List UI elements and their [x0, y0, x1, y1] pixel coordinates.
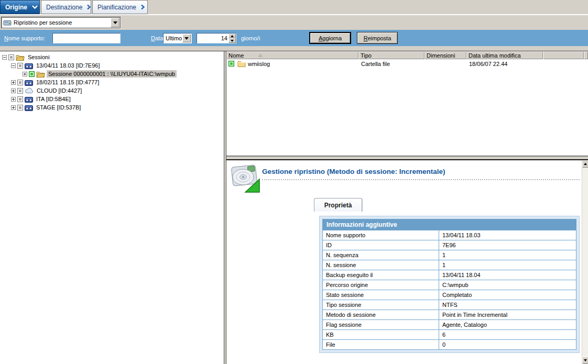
property-row: Tipo sessioneNTFS — [323, 300, 576, 310]
tree-checkbox[interactable] — [17, 105, 23, 111]
column-header-nome[interactable]: Nome — [226, 51, 358, 59]
tree-checkbox[interactable] — [17, 80, 23, 85]
expand-icon[interactable] — [11, 89, 16, 93]
tree-checkbox[interactable] — [17, 88, 23, 94]
restore-mode-value: Ripristino per sessione — [12, 19, 111, 26]
tree-item-session-date-2[interactable]: 18/02/11 18.15 [ID:4777] — [0, 78, 224, 86]
tree-checkbox[interactable] — [8, 54, 14, 60]
media-name-input[interactable] — [52, 33, 121, 43]
chevron-right-icon — [140, 4, 145, 10]
column-header-data-modifica[interactable]: Data ultima modifica — [466, 51, 543, 59]
column-header-tipo[interactable]: Tipo — [358, 51, 424, 59]
cloud-icon — [25, 87, 34, 94]
reset-button[interactable]: Reimposta — [357, 32, 398, 44]
tree-checkbox[interactable] — [17, 63, 23, 69]
property-row: Flag sessioneAgente, Catalogo — [323, 320, 576, 330]
collapse-icon[interactable] — [11, 63, 16, 68]
dropdown-arrow-icon — [184, 37, 189, 40]
expand-icon[interactable] — [11, 97, 16, 102]
hard-disk-restore-icon — [230, 162, 261, 194]
tab-origine-label: Origine — [5, 4, 27, 11]
tree-item-label[interactable]: Sessioni — [26, 53, 51, 61]
days-unit-label: giorno/i — [241, 35, 260, 41]
property-row: N. sequenza1 — [323, 250, 576, 260]
file-modified-date: 18/06/07 22.44 — [466, 61, 543, 67]
step-tab-bar: Origine Destinazione Pianificazione — [0, 0, 588, 15]
file-list: Nome Tipo Dimensioni Data ultima modific… — [226, 51, 588, 156]
tree-item-session-date-1[interactable]: 13/04/11 18.03 [ID:7E96] — [0, 61, 224, 70]
property-row: Percorso origineC:\wmpub — [323, 280, 576, 290]
tape-icon — [25, 79, 33, 86]
sort-ascending-icon — [258, 53, 263, 57]
tab-proprieta[interactable]: Proprietà — [314, 198, 362, 212]
tape-icon — [25, 96, 33, 103]
media-drive-icon — [3, 19, 12, 26]
file-name: wmiislog — [246, 61, 270, 67]
tree-item-stage[interactable]: STAGE [ID:537B] — [0, 103, 224, 112]
days-spinner — [197, 33, 236, 43]
tape-icon — [25, 104, 33, 111]
tape-icon — [25, 62, 33, 69]
main-area: Sessioni 13/04/11 18.03 [ID:7E96] Sessio… — [0, 51, 588, 364]
property-row: Nome supporto13/04/11 18.03 — [323, 230, 576, 240]
media-name-label: Nome supporto: — [4, 35, 45, 41]
folder-icon — [234, 61, 246, 67]
property-row: ID7E96 — [323, 240, 576, 250]
detail-title-row: Gestione ripristino (Metodo di sessione:… — [262, 160, 580, 180]
property-row: File0 — [323, 340, 576, 350]
expand-icon[interactable] — [11, 105, 16, 110]
property-row: N. sessione1 — [323, 260, 576, 270]
tab-pianificazione-label: Pianificazione — [97, 4, 136, 11]
tree-checkbox-checked[interactable] — [29, 71, 35, 77]
update-button[interactable]: Aggiorna — [309, 32, 351, 44]
scroll-up-icon — [584, 163, 587, 165]
detail-scrollbar[interactable] — [582, 160, 588, 364]
folder-open-icon — [16, 54, 25, 61]
property-row: Stato sessioneCompletato — [323, 290, 576, 300]
properties-table-title: Informazioni aggiuntive — [322, 219, 576, 230]
date-range-dropdown-button[interactable] — [182, 34, 191, 42]
tab-destinazione[interactable]: Destinazione — [41, 0, 91, 14]
tab-destinazione-label: Destinazione — [46, 4, 82, 11]
tree-item-sessioni[interactable]: Sessioni — [0, 53, 224, 61]
expand-icon[interactable] — [23, 72, 27, 76]
scrollbar-up-button[interactable] — [582, 160, 588, 168]
tree-item-label[interactable]: 13/04/11 18.03 [ID:7E96] — [35, 62, 102, 69]
column-header-filler — [584, 51, 588, 59]
property-row: KB6 — [323, 330, 576, 340]
scroll-down-icon — [584, 359, 587, 361]
filter-toolbar: Nome supporto: Data: Ultimo giorno/i Agg… — [0, 30, 588, 46]
restore-mode-dropdown-button[interactable] — [111, 18, 119, 27]
restore-detail-panel: Gestione ripristino (Metodo di sessione:… — [226, 160, 588, 364]
expand-icon[interactable] — [11, 80, 16, 85]
scrollbar-down-button[interactable] — [582, 357, 588, 364]
tree-item-label[interactable]: CLOUD [ID:4427] — [35, 87, 83, 94]
tree-item-label-selected[interactable]: Sessione 0000000001 : \\LIUYU04-ITA\C:\w… — [47, 70, 177, 78]
days-decrement-button[interactable] — [228, 38, 236, 43]
column-header-filler — [543, 51, 584, 59]
tab-origine[interactable]: Origine — [0, 0, 40, 14]
column-header-dimensioni[interactable]: Dimensioni — [424, 51, 466, 59]
days-input[interactable] — [197, 34, 228, 43]
tree-item-label[interactable]: STAGE [ID:537B] — [35, 104, 82, 111]
tree-item-cloud[interactable]: CLOUD [ID:4427] — [0, 86, 224, 95]
tree-item-label[interactable]: 18/02/11 18.15 [ID:4777] — [35, 79, 101, 86]
restore-mode-row: Ripristino per sessione — [0, 15, 588, 30]
tree-item-ita[interactable]: ITA [ID:5B4E] — [0, 95, 224, 103]
detail-title: Gestione ripristino (Metodo di sessione:… — [262, 168, 445, 175]
chevron-down-icon — [31, 5, 38, 9]
dropdown-arrow-icon — [113, 21, 117, 24]
file-checkbox-checked[interactable] — [228, 61, 234, 67]
date-range-select[interactable]: Ultimo — [163, 33, 192, 43]
collapse-icon[interactable] — [2, 55, 7, 60]
restore-mode-select[interactable]: Ripristino per sessione — [1, 17, 121, 28]
horizontal-splitter[interactable] — [226, 156, 588, 160]
tab-pianificazione[interactable]: Pianificazione — [92, 0, 148, 14]
days-increment-button[interactable] — [228, 34, 236, 38]
date-range-value: Ultimo — [164, 35, 182, 41]
tree-item-label[interactable]: ITA [ID:5B4E] — [35, 95, 72, 103]
chevron-right-icon — [86, 4, 91, 10]
file-row-wmiislog[interactable]: wmiislog Cartella file 18/06/07 22.44 — [226, 59, 588, 68]
tree-checkbox[interactable] — [17, 96, 23, 102]
tree-item-session-path[interactable]: Sessione 0000000001 : \\LIUYU04-ITA\C:\w… — [0, 70, 224, 78]
